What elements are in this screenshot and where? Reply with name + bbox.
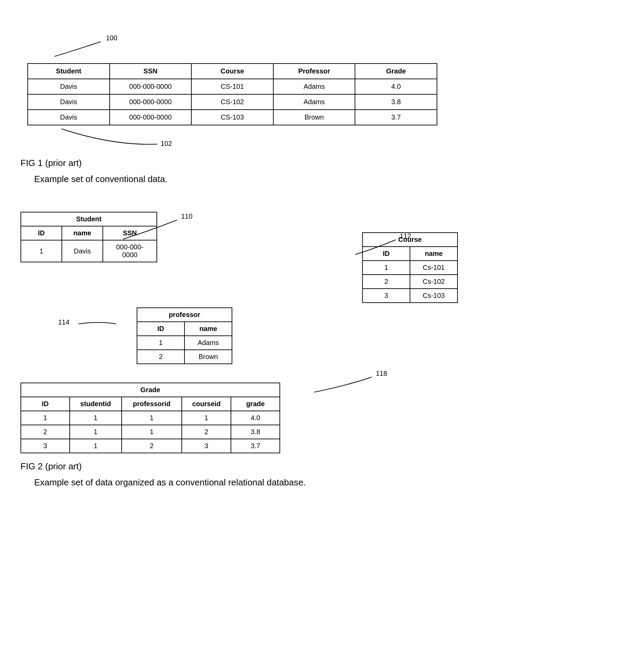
label-110: 110 bbox=[181, 212, 192, 220]
fig1-table: Student SSN Course Professor Grade Davis… bbox=[27, 63, 437, 125]
student-row-0: 1Davis000-000-0000 bbox=[21, 240, 157, 262]
student-cell-0-1: Davis bbox=[62, 240, 103, 262]
grade-cell-1-0: 2 bbox=[21, 425, 70, 439]
professor-cell-1-0: 2 bbox=[137, 350, 184, 364]
fig1-cell-0-4: 4.0 bbox=[355, 79, 437, 94]
fig1-caption: FIG 1 (prior art) bbox=[20, 158, 624, 168]
label-118: 118 bbox=[376, 370, 387, 377]
student-col-id: ID bbox=[21, 226, 62, 240]
fig2-subcaption: Example set of data organized as a conve… bbox=[34, 477, 342, 488]
grade-table-title: Grade bbox=[20, 383, 280, 397]
course-cell-2-1: Cs-103 bbox=[410, 289, 457, 303]
fig1-col-grade: Grade bbox=[355, 64, 437, 79]
student-table-title: Student bbox=[20, 212, 157, 226]
grade-col-courseid: courseid bbox=[182, 397, 231, 411]
grade-cell-0-3: 1 bbox=[182, 411, 231, 425]
professor-cell-0-1: Adams bbox=[184, 336, 232, 350]
professor-row-0: 1Adams bbox=[137, 336, 232, 350]
fig1-header-row: Student SSN Course Professor Grade bbox=[28, 64, 437, 79]
grade-col-studentid: studentid bbox=[70, 397, 122, 411]
professor-table-title: professor bbox=[137, 307, 232, 321]
grade-cell-2-2: 2 bbox=[122, 439, 182, 453]
fig2-caption: FIG 2 (prior art) bbox=[20, 461, 624, 472]
arrow-102-svg: 102 bbox=[27, 125, 198, 153]
grade-cell-1-1: 1 bbox=[70, 425, 122, 439]
fig1-cell-1-4: 3.8 bbox=[355, 94, 437, 110]
student-cell-0-2: 000-000-0000 bbox=[103, 240, 157, 262]
course-header-row: ID name bbox=[362, 247, 457, 261]
student-header-row: ID name SSN bbox=[21, 226, 157, 240]
course-col-name: name bbox=[410, 247, 457, 261]
grade-cell-0-1: 1 bbox=[70, 411, 122, 425]
fig1-cell-2-2: CS-103 bbox=[191, 110, 273, 125]
course-col-id: ID bbox=[362, 247, 410, 261]
course-row-2: 3Cs-103 bbox=[362, 289, 457, 303]
fig1-row-0: Davis000-000-0000CS-101Adams4.0 bbox=[28, 79, 437, 94]
professor-header-row: ID name bbox=[137, 322, 232, 336]
professor-col-id: ID bbox=[137, 322, 184, 336]
fig1-cell-1-1: 000-000-0000 bbox=[110, 94, 192, 110]
fig2-layout: 110 Student ID name SSN 1Davis000-000-00… bbox=[20, 212, 624, 451]
fig1-section: 100 Student SSN Course Professor Grade D… bbox=[20, 34, 624, 184]
fig1-col-professor: Professor bbox=[273, 64, 355, 79]
course-row-1: 2Cs-102 bbox=[362, 275, 457, 289]
course-cell-1-1: Cs-102 bbox=[410, 275, 457, 289]
student-table: ID name SSN 1Davis000-000-0000 bbox=[20, 226, 157, 262]
grade-cell-2-0: 3 bbox=[21, 439, 70, 453]
professor-cell-1-1: Brown bbox=[184, 350, 232, 364]
grade-cell-1-2: 1 bbox=[122, 425, 182, 439]
course-row-0: 1Cs-101 bbox=[362, 261, 457, 275]
label-114: 114 bbox=[58, 318, 69, 326]
label-100: 100 bbox=[106, 34, 117, 42]
fig1-row-2: Davis000-000-0000CS-103Brown3.7 bbox=[28, 110, 437, 125]
student-col-ssn: SSN bbox=[103, 226, 157, 240]
grade-cell-2-1: 1 bbox=[70, 439, 122, 453]
fig1-col-ssn: SSN bbox=[110, 64, 192, 79]
professor-table-wrap: professor ID name 1Adams2Brown bbox=[137, 307, 232, 364]
grade-cell-0-4: 4.0 bbox=[231, 411, 280, 425]
grade-row-0: 11114.0 bbox=[21, 411, 280, 425]
grade-col-professorid: professorid bbox=[122, 397, 182, 411]
professor-col-name: name bbox=[184, 322, 232, 336]
fig1-cell-0-2: CS-101 bbox=[191, 79, 273, 94]
label-102: 102 bbox=[161, 140, 172, 147]
fig2-section: 110 Student ID name SSN 1Davis000-000-00… bbox=[20, 212, 624, 488]
course-cell-1-0: 2 bbox=[362, 275, 410, 289]
fig1-cell-0-1: 000-000-0000 bbox=[110, 79, 192, 94]
grade-table: ID studentid professorid courseid grade … bbox=[20, 397, 280, 453]
arrow-100-svg: 100 bbox=[27, 34, 147, 58]
grade-cell-2-3: 3 bbox=[182, 439, 231, 453]
course-table-wrap: Course ID name 1Cs-1012Cs-1023Cs-103 bbox=[362, 232, 458, 303]
grade-cell-1-4: 3.8 bbox=[231, 425, 280, 439]
fig1-cell-0-0: Davis bbox=[28, 79, 110, 94]
fig1-col-course: Course bbox=[191, 64, 273, 79]
fig1-cell-1-0: Davis bbox=[28, 94, 110, 110]
grade-header-row: ID studentid professorid courseid grade bbox=[21, 397, 280, 411]
grade-row-2: 31233.7 bbox=[21, 439, 280, 453]
fig1-cell-0-3: Adams bbox=[273, 79, 355, 94]
course-cell-0-0: 1 bbox=[362, 261, 410, 275]
course-table-title: Course bbox=[362, 232, 458, 246]
arrow-118-svg: 118 bbox=[287, 369, 407, 396]
student-col-name: name bbox=[62, 226, 103, 240]
student-table-wrap: Student ID name SSN 1Davis000-000-0000 bbox=[20, 212, 157, 262]
professor-row-1: 2Brown bbox=[137, 350, 232, 364]
fig1-row-1: Davis000-000-0000CS-102Adams3.8 bbox=[28, 94, 437, 110]
fig1-subcaption: Example set of conventional data. bbox=[34, 174, 624, 184]
grade-table-wrap: Grade ID studentid professorid courseid … bbox=[20, 383, 280, 453]
fig1-cell-2-0: Davis bbox=[28, 110, 110, 125]
fig1-cell-1-2: CS-102 bbox=[191, 94, 273, 110]
professor-table: ID name 1Adams2Brown bbox=[137, 321, 232, 364]
course-cell-0-1: Cs-101 bbox=[410, 261, 457, 275]
fig1-col-student: Student bbox=[28, 64, 110, 79]
fig1-cell-2-3: Brown bbox=[273, 110, 355, 125]
grade-cell-1-3: 2 bbox=[182, 425, 231, 439]
course-table: ID name 1Cs-1012Cs-1023Cs-103 bbox=[362, 246, 458, 303]
fig1-cell-2-4: 3.7 bbox=[355, 110, 437, 125]
professor-cell-0-0: 1 bbox=[137, 336, 184, 350]
grade-row-1: 21123.8 bbox=[21, 425, 280, 439]
grade-cell-2-4: 3.7 bbox=[231, 439, 280, 453]
course-cell-2-0: 3 bbox=[362, 289, 410, 303]
grade-cell-0-2: 1 bbox=[122, 411, 182, 425]
grade-cell-0-0: 1 bbox=[21, 411, 70, 425]
